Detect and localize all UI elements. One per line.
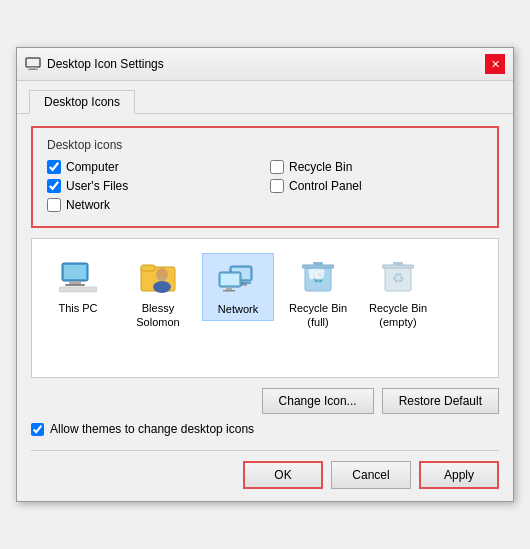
recycle-bin-full-icon: ♻ — [298, 257, 338, 297]
bottom-buttons: OK Cancel Apply — [31, 450, 499, 489]
tab-bar: Desktop Icons — [17, 81, 513, 114]
tab-desktop-icons[interactable]: Desktop Icons — [29, 90, 135, 114]
checkbox-row-network: Network — [47, 198, 260, 212]
svg-rect-0 — [26, 58, 40, 67]
allow-themes-label: Allow themes to change desktop icons — [50, 422, 254, 436]
blessy-solomon-label: BlessySolomon — [136, 301, 179, 330]
checkbox-legend: Desktop icons — [47, 138, 483, 152]
svg-rect-2 — [28, 69, 38, 70]
label-computer: Computer — [66, 160, 119, 174]
svg-rect-27 — [315, 268, 324, 279]
change-icon-button[interactable]: Change Icon... — [262, 388, 374, 414]
svg-rect-29 — [382, 265, 414, 268]
dialog-title: Desktop Icon Settings — [47, 57, 164, 71]
checkbox-users-files[interactable] — [47, 179, 61, 193]
svg-rect-19 — [226, 287, 232, 290]
allow-themes-row: Allow themes to change desktop icons — [31, 422, 499, 436]
label-control-panel: Control Panel — [289, 179, 362, 193]
dialog-icon — [25, 56, 41, 72]
dialog: Desktop Icon Settings ✕ Desktop Icons De… — [16, 47, 514, 502]
checkbox-row-recycle-bin: Recycle Bin — [270, 160, 483, 174]
svg-point-11 — [153, 281, 171, 293]
checkbox-computer[interactable] — [47, 160, 61, 174]
close-button[interactable]: ✕ — [485, 54, 505, 74]
svg-rect-24 — [313, 262, 323, 265]
checkbox-control-panel[interactable] — [270, 179, 284, 193]
svg-rect-9 — [141, 265, 155, 271]
title-bar-left: Desktop Icon Settings — [25, 56, 164, 72]
ok-button[interactable]: OK — [243, 461, 323, 489]
svg-rect-6 — [65, 284, 85, 286]
svg-rect-7 — [59, 287, 97, 292]
apply-button[interactable]: Apply — [419, 461, 499, 489]
icon-panel: This PC BlessySolomon — [31, 238, 499, 378]
this-pc-icon — [58, 257, 98, 297]
blessy-solomon-icon — [138, 257, 178, 297]
svg-rect-4 — [64, 265, 86, 279]
svg-rect-1 — [30, 67, 36, 69]
cancel-button[interactable]: Cancel — [331, 461, 411, 489]
title-bar: Desktop Icon Settings ✕ — [17, 48, 513, 81]
this-pc-label: This PC — [58, 301, 97, 315]
icon-action-buttons: Change Icon... Restore Default — [31, 388, 499, 414]
svg-text:♻: ♻ — [392, 270, 405, 286]
label-recycle-bin: Recycle Bin — [289, 160, 352, 174]
recycle-bin-empty-icon: ♻ — [378, 257, 418, 297]
recycle-bin-empty-label: Recycle Bin(empty) — [369, 301, 427, 330]
network-label: Network — [218, 302, 258, 316]
checkbox-group: Desktop icons Computer Recycle Bin User'… — [31, 126, 499, 228]
icon-recycle-bin-full[interactable]: ♻ Recycle Bin(full) — [282, 253, 354, 334]
dialog-body: Desktop icons Computer Recycle Bin User'… — [17, 114, 513, 501]
checkbox-grid: Computer Recycle Bin User's Files Contro… — [47, 160, 483, 212]
icon-this-pc[interactable]: This PC — [42, 253, 114, 319]
checkbox-network[interactable] — [47, 198, 61, 212]
icon-network[interactable]: Network — [202, 253, 274, 321]
svg-rect-18 — [221, 274, 239, 285]
checkbox-row-computer: Computer — [47, 160, 260, 174]
allow-themes-checkbox[interactable] — [31, 423, 44, 436]
icon-recycle-bin-empty[interactable]: ♻ Recycle Bin(empty) — [362, 253, 434, 334]
label-users-files: User's Files — [66, 179, 128, 193]
recycle-bin-full-label: Recycle Bin(full) — [289, 301, 347, 330]
svg-rect-30 — [393, 262, 403, 265]
label-network: Network — [66, 198, 110, 212]
network-icon — [218, 258, 258, 298]
svg-rect-5 — [69, 281, 81, 284]
checkbox-row-control-panel: Control Panel — [270, 179, 483, 193]
svg-point-12 — [157, 268, 167, 278]
svg-rect-20 — [223, 290, 235, 292]
checkbox-recycle-bin[interactable] — [270, 160, 284, 174]
checkbox-row-users-files: User's Files — [47, 179, 260, 193]
svg-rect-23 — [302, 265, 334, 268]
icon-blessy-solomon[interactable]: BlessySolomon — [122, 253, 194, 334]
restore-default-button[interactable]: Restore Default — [382, 388, 499, 414]
